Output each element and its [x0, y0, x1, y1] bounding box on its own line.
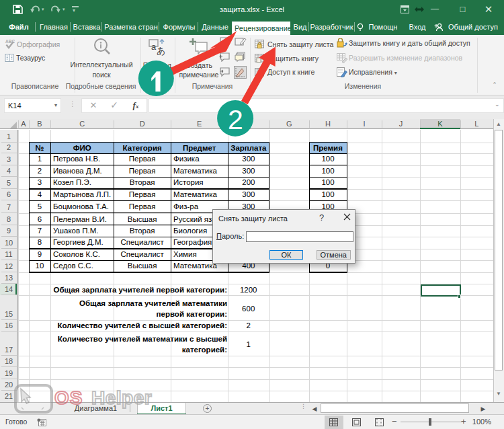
svg-text:e: e	[256, 72, 258, 77]
svg-text:а: а	[151, 42, 157, 52]
svg-text:あ: あ	[157, 46, 165, 56]
